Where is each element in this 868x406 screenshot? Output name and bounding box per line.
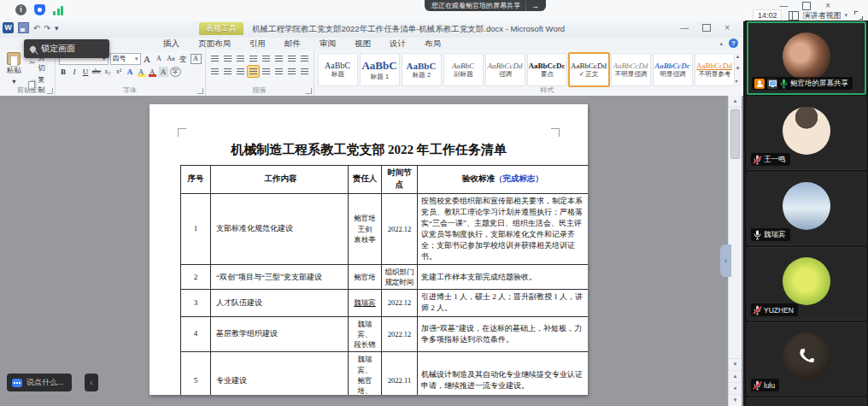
cell-accept[interactable]: 按照校党委组织部和宣传部相关要求，制定本系党员、教职工理论学习计划并遵照执行；严… xyxy=(418,193,589,264)
chat-input-pill[interactable]: 说点什么... xyxy=(7,374,72,391)
cell-accept[interactable]: 加强“双基”建设，在达标的基础上，补短板，力争多项指标达到示范条件。 xyxy=(418,316,589,352)
cell-time[interactable]: 2022.12 xyxy=(382,193,418,264)
scroll-up-icon[interactable]: ▲ xyxy=(729,96,742,108)
shading-icon[interactable] xyxy=(286,66,297,77)
minimize-ribbon-icon[interactable]: ▴ xyxy=(719,40,723,47)
grow-font-icon[interactable]: A xyxy=(143,54,152,64)
dialog-launcher-icon[interactable] xyxy=(197,88,203,94)
scrollbar-thumb[interactable] xyxy=(730,109,740,159)
undo-button[interactable]: ↶ xyxy=(33,24,40,32)
justify-icon[interactable] xyxy=(247,65,260,78)
participant-tile[interactable]: lulu xyxy=(747,322,866,396)
col-header-person[interactable]: 责任人 xyxy=(349,166,382,194)
security-shield-icon[interactable] xyxy=(34,4,45,15)
sidebar-collapse-handle[interactable]: ‹ xyxy=(720,244,731,277)
subscript-button[interactable]: x₂ xyxy=(103,67,113,77)
dialog-launcher-icon[interactable] xyxy=(306,88,312,94)
cell-content[interactable]: 基层教学组织建设 xyxy=(211,316,349,352)
cell-person[interactable]: 鲍官培 xyxy=(349,264,382,290)
cell-time[interactable]: 2022.12 xyxy=(382,316,418,352)
style-item[interactable]: AaBbCcDd不明显参考 xyxy=(695,53,735,86)
cell-content[interactable]: “双创”项目与“三型”党支部建设 xyxy=(211,264,349,290)
style-item[interactable]: AaBbC标题 1 xyxy=(360,53,400,86)
shrink-font-icon[interactable]: A xyxy=(155,54,164,64)
cell-time[interactable]: 2022.12 xyxy=(382,290,418,316)
view-mode-switch[interactable]: 演讲者视图 ▾ xyxy=(789,10,847,21)
scroll-down-icon[interactable]: ▼ xyxy=(729,358,742,370)
cell-no[interactable]: 2 xyxy=(181,264,211,290)
change-case-icon[interactable]: Aa xyxy=(167,54,176,64)
paste-button[interactable]: 粘贴 ▾ xyxy=(3,52,25,85)
quick-access-more-icon[interactable]: ▾ xyxy=(55,24,59,32)
participant-tile[interactable]: 王一鸣 xyxy=(747,97,866,170)
participant-tile[interactable] xyxy=(747,397,866,406)
cell-no[interactable]: 4 xyxy=(181,316,211,352)
cell-person[interactable]: 魏瑞宾、 段长锦 xyxy=(349,316,382,352)
help-icon[interactable]: ? xyxy=(729,38,738,48)
word-minimize-button[interactable]: — xyxy=(680,23,689,32)
style-item[interactable]: AaBbCcDc明显强调 xyxy=(653,53,693,86)
exit-watch-icon[interactable]: → xyxy=(525,1,539,11)
chat-collapse-button[interactable]: ‹ xyxy=(85,374,98,391)
col-header-content[interactable]: 工作内容 xyxy=(211,166,349,194)
fullscreen-icon[interactable] xyxy=(854,11,863,20)
previous-page-icon[interactable]: ▲ xyxy=(729,370,742,382)
font-size-select[interactable]: 四号▾ xyxy=(110,53,141,65)
save-button[interactable] xyxy=(18,22,29,33)
style-item[interactable]: AaBbCcDd✓正文 xyxy=(568,52,610,87)
cell-no[interactable]: 1 xyxy=(181,193,211,264)
character-shading-button[interactable]: A xyxy=(159,67,168,77)
align-right-icon[interactable] xyxy=(235,66,246,77)
participant-tile[interactable]: 魏瑞宾 xyxy=(747,172,866,245)
cell-content[interactable]: 人才队伍建设 xyxy=(211,290,349,316)
formatting-marks-icon[interactable] xyxy=(299,53,310,64)
text-effects-button[interactable]: A xyxy=(126,67,135,77)
ribbon-tab[interactable]: 邮件 xyxy=(275,38,310,50)
style-item[interactable]: AaBbC标题 2 xyxy=(402,53,442,86)
cell-content[interactable]: 专业建设 xyxy=(211,352,349,395)
enclose-characters-button[interactable]: 字 xyxy=(170,67,181,77)
ribbon-tab[interactable]: 布局 xyxy=(415,38,450,50)
bold-button[interactable]: B xyxy=(59,67,68,77)
align-left-icon[interactable] xyxy=(209,66,220,77)
table-tools-contextual-tab[interactable]: 表格工具 xyxy=(199,22,243,35)
ribbon-tab[interactable]: 引用 xyxy=(240,38,275,50)
cell-person[interactable]: 鲍官培 王剑 袁枝亭 xyxy=(349,193,382,264)
strikethrough-button[interactable]: abc xyxy=(92,67,102,77)
pinyin-guide-icon[interactable]: 变 xyxy=(179,54,188,64)
style-item[interactable]: AaBbC标题 xyxy=(318,53,358,86)
multilevel-list-icon[interactable] xyxy=(235,53,246,64)
sort-icon[interactable] xyxy=(286,53,297,64)
numbered-list-icon[interactable] xyxy=(222,53,233,64)
cell-time[interactable]: 组织部门 规定时间 xyxy=(382,264,418,290)
ribbon-tab[interactable]: 审阅 xyxy=(310,38,345,50)
cell-accept[interactable]: 引进博士 1 人，硕士 2 人；晋升副教授 1 人，讲师 2 人。 xyxy=(418,290,589,316)
cell-time[interactable]: 2022.11 xyxy=(382,352,418,395)
ribbon-tab[interactable]: 设计 xyxy=(380,38,415,50)
info-icon[interactable]: i xyxy=(15,4,26,15)
borders-icon[interactable] xyxy=(299,66,310,77)
style-item[interactable]: AaBbCcDd不明显强调 xyxy=(611,53,651,86)
cell-content[interactable]: 支部标准化规范化建设 xyxy=(211,193,349,264)
line-spacing-icon[interactable] xyxy=(273,66,284,77)
browse-object-icon[interactable]: ● xyxy=(729,382,742,394)
document-page[interactable]: 机械制造工程系教工党支部 2022 年工作任务清单 序号 工作内容 责任人 时间… xyxy=(150,104,588,395)
document-heading[interactable]: 机械制造工程系教工党支部 2022 年工作任务清单 xyxy=(150,142,588,158)
dialog-launcher-icon[interactable] xyxy=(47,88,53,94)
italic-button[interactable]: I xyxy=(70,67,79,77)
col-header-time[interactable]: 时间节点 xyxy=(382,166,418,194)
underline-button[interactable]: U xyxy=(81,67,91,77)
font-color-button[interactable]: A xyxy=(148,67,157,77)
cell-person[interactable]: 魏瑞宾 xyxy=(349,290,382,316)
lock-screen-tooltip[interactable]: 锁定画面 xyxy=(24,39,109,58)
ribbon-tab[interactable]: 视图 xyxy=(345,38,380,50)
word-logo[interactable]: W xyxy=(3,22,14,33)
cell-person[interactable]: 魏瑞宾、 鲍官培、 段长锦 xyxy=(349,352,382,395)
ribbon-tab[interactable]: 插入 xyxy=(154,38,189,50)
next-page-icon[interactable]: ▼ xyxy=(729,394,742,406)
style-item[interactable]: AaBbC副标题 xyxy=(443,53,484,86)
ribbon-tab[interactable]: 页面布局 xyxy=(189,38,240,50)
increase-indent-icon[interactable] xyxy=(261,53,272,64)
styles-scroll-up-icon[interactable]: ▲ xyxy=(736,54,741,59)
superscript-button[interactable]: x² xyxy=(114,67,124,77)
